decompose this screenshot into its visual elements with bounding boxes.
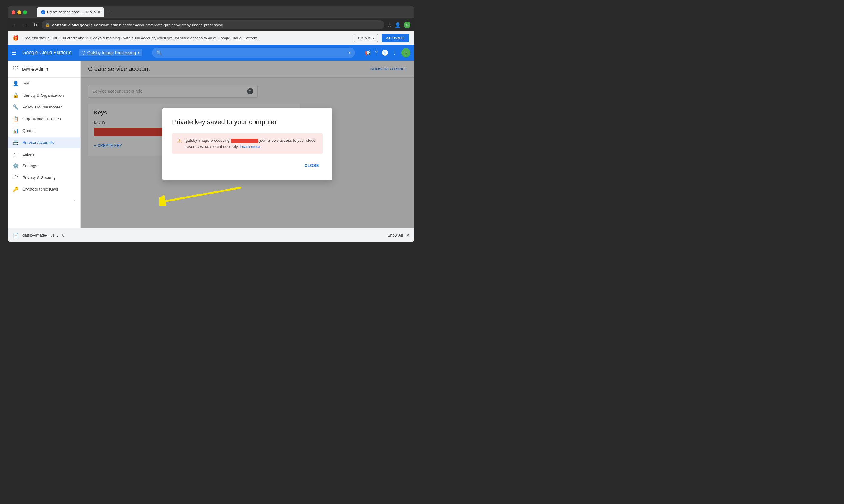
activate-button[interactable]: ACTIVATE [382, 34, 409, 42]
collapse-icon: ‹ [74, 198, 75, 202]
crypto-icon: 🔑 [13, 186, 19, 192]
redacted-key-id [231, 139, 258, 143]
gift-icon: 🎁 [13, 35, 19, 41]
search-icon: 🔍 [156, 50, 162, 56]
address-bar: ← → ↻ 🔒 console.cloud.google.com/iam-adm… [8, 18, 414, 32]
sidebar-header: 🛡 IAM & Admin [8, 60, 80, 77]
sidebar-item-policy-label: Policy Troubleshooter [22, 105, 62, 109]
sidebar-item-identity[interactable]: 🔒 Identity & Organization [8, 89, 80, 101]
project-caret-icon: ▾ [138, 51, 139, 55]
traffic-lights [12, 10, 27, 14]
sidebar-title: IAM & Admin [22, 66, 48, 71]
sidebar-item-org-policies[interactable]: 📋 Organization Policies [8, 113, 80, 125]
sidebar: 🛡 IAM & Admin 👤 IAM 🔒 Identity & Organiz… [8, 60, 81, 228]
sidebar-item-org-policies-label: Organization Policies [22, 116, 61, 121]
shield-icon: 🛡 [13, 66, 19, 72]
lock-icon: 🔒 [45, 23, 50, 27]
gcp-logo: Google Cloud Platform [22, 50, 71, 55]
url-display: console.cloud.google.com/iam-admin/servi… [52, 23, 223, 27]
gcp-navbar: ☰ Google Cloud Platform ⬡ Gatsby Image P… [8, 45, 414, 60]
policy-icon: 🔧 [13, 104, 19, 110]
warning-box: ⚠ gatsby-image-processing-.json allows a… [172, 133, 323, 154]
search-bar[interactable]: 🔍 ▾ [152, 48, 355, 58]
badge-count: 1 [382, 50, 388, 56]
warning-icon: ⚠ [177, 138, 182, 144]
download-filename: gatsby-image-....js... [22, 233, 58, 237]
project-name: Gatsby Image Processing [87, 50, 136, 55]
sidebar-item-labels[interactable]: 🏷 Labels [8, 148, 80, 160]
trial-text: Free trial status: $300.00 credit and 27… [22, 36, 350, 40]
sidebar-item-service-accounts-label: Service Accounts [22, 140, 54, 145]
bookmark-icon[interactable]: ☆ [387, 22, 392, 28]
more-options-icon[interactable]: ⋮ [392, 50, 397, 56]
dialog-actions: CLOSE [172, 161, 323, 170]
user-avatar[interactable]: U [401, 48, 411, 57]
help-icon[interactable]: ? [375, 50, 378, 55]
sidebar-item-iam[interactable]: 👤 IAM [8, 77, 80, 89]
extension-icon[interactable]: G [404, 21, 411, 28]
project-icon: ⬡ [82, 50, 86, 55]
trial-banner: 🎁 Free trial status: $300.00 credit and … [8, 32, 414, 45]
minimize-window-button[interactable] [17, 10, 21, 14]
sidebar-item-service-accounts[interactable]: 📇 Service Accounts [8, 137, 80, 148]
private-key-dialog: Private key saved to your computer ⚠ gat… [162, 108, 332, 180]
back-button[interactable]: ← [12, 21, 19, 29]
privacy-icon: 🛡 [13, 175, 19, 180]
forward-button[interactable]: → [22, 21, 29, 29]
reload-button[interactable]: ↻ [32, 21, 38, 29]
show-all-button[interactable]: Show All [388, 233, 403, 237]
sidebar-item-iam-label: IAM [22, 81, 30, 86]
dialog-title: Private key saved to your computer [172, 118, 323, 126]
sidebar-item-identity-label: Identity & Organization [22, 93, 64, 97]
hamburger-menu-icon[interactable]: ☰ [12, 49, 16, 56]
project-selector[interactable]: ⬡ Gatsby Image Processing ▾ [79, 49, 142, 56]
learn-more-link[interactable]: Learn more [240, 144, 260, 149]
sidebar-item-privacy[interactable]: 🛡 Privacy & Security [8, 172, 80, 183]
tab-favicon: G [41, 10, 45, 14]
sidebar-item-quotas-label: Quotas [22, 128, 36, 133]
download-bar: 📄 gatsby-image-....js... ∧ Show All × [8, 228, 414, 242]
nav-actions: 📢 ? 1 ⋮ U [365, 48, 411, 57]
content-area: Create service account SHOW INFO PANEL S… [81, 60, 414, 228]
sidebar-item-settings[interactable]: ⚙️ Settings [8, 160, 80, 172]
notifications-icon[interactable]: 📢 [365, 50, 371, 56]
quotas-icon: 📊 [13, 128, 19, 133]
new-tab-button[interactable]: + [105, 9, 113, 15]
url-input[interactable]: 🔒 console.cloud.google.com/iam-admin/ser… [41, 20, 384, 30]
org-policies-icon: 📋 [13, 116, 19, 122]
close-window-button[interactable] [12, 10, 15, 14]
warning-text: gatsby-image-processing-.json allows acc… [186, 138, 318, 149]
sidebar-item-quotas[interactable]: 📊 Quotas [8, 125, 80, 137]
search-expand-icon: ▾ [349, 50, 351, 55]
sidebar-item-settings-label: Settings [22, 164, 37, 168]
sidebar-item-crypto-label: Cryptographic Keys [22, 187, 58, 192]
service-accounts-icon: 📇 [13, 140, 19, 145]
download-file-icon: 📄 [13, 232, 19, 238]
svg-line-1 [166, 187, 241, 201]
dialog-overlay: Private key saved to your computer ⚠ gat… [81, 60, 414, 228]
labels-icon: 🏷 [13, 151, 19, 157]
dialog-close-button[interactable]: CLOSE [301, 161, 323, 170]
sidebar-item-privacy-label: Privacy & Security [22, 175, 56, 180]
sidebar-item-labels-label: Labels [22, 152, 35, 157]
browser-tab[interactable]: G Create service acco... – IAM & × [37, 7, 104, 17]
sidebar-collapse-button[interactable]: ‹ [8, 195, 80, 205]
dismiss-button[interactable]: DISMISS [354, 34, 378, 42]
arrow-annotation [159, 181, 244, 206]
download-caret-icon[interactable]: ∧ [62, 233, 64, 237]
user-profile-icon[interactable]: 👤 [395, 22, 401, 28]
maximize-window-button[interactable] [23, 10, 27, 14]
tab-title: Create service acco... – IAM & [47, 10, 96, 14]
sidebar-item-crypto[interactable]: 🔑 Cryptographic Keys [8, 183, 80, 195]
sidebar-item-policy[interactable]: 🔧 Policy Troubleshooter [8, 101, 80, 113]
notification-badge[interactable]: 1 [382, 50, 388, 56]
download-bar-close-icon[interactable]: × [407, 233, 409, 238]
settings-icon: ⚙️ [13, 163, 19, 169]
iam-icon: 👤 [13, 80, 19, 86]
identity-icon: 🔒 [13, 92, 19, 98]
tab-close-button[interactable]: × [98, 10, 100, 14]
